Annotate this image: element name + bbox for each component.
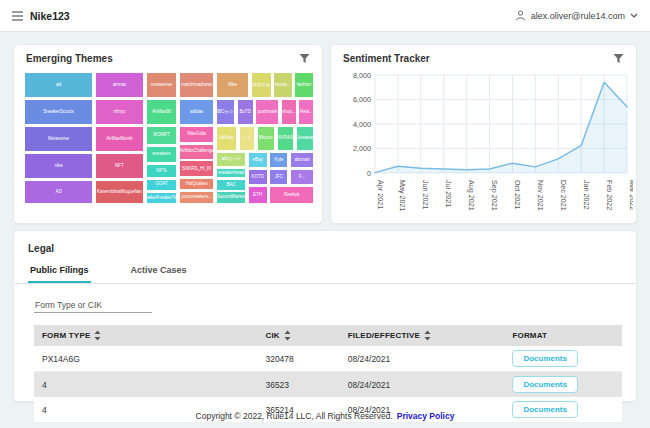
treemap-tile[interactable]: HalQuakes: [179, 178, 214, 190]
treemap-tile[interactable]: airmax: [95, 72, 144, 98]
treemap-tile[interactable]: AirMax: [216, 126, 237, 151]
column-header-filed-effective[interactable]: FILED/EFFECTIVE: [348, 330, 497, 341]
treemap-tile[interactable]: JFC: [269, 169, 288, 185]
treemap-tile[interactable]: SecondMarket: [216, 191, 246, 204]
column-header-format: FORMAT: [512, 331, 614, 340]
treemap-tile[interactable]: AYRAS: [277, 126, 294, 151]
svg-text:Apr 2021: Apr 2021: [376, 180, 385, 209]
form-type-cell: 4: [34, 372, 257, 398]
dashboard: Nike123 alex.oliver@rule14.com Emerging …: [0, 0, 650, 428]
treemap-tile[interactable]: yoursneakers...: [179, 191, 214, 204]
treemap-tile[interactable]: nftnyc: [95, 99, 144, 125]
svg-text:Sep 2021: Sep 2021: [490, 180, 499, 211]
column-header-form-type[interactable]: FORM TYPE: [42, 330, 249, 341]
sentiment-tracker-title: Sentiment Tracker: [343, 53, 430, 64]
table-row: PX14A6G32047808/24/2021Documents: [34, 346, 622, 372]
filter-icon[interactable]: [299, 53, 310, 64]
footer: Copyright © 2022, Rule14 LLC, All Rights…: [0, 404, 650, 428]
treemap-tile[interactable]: BAC: [216, 179, 246, 190]
treemap-tile[interactable]: ad: [24, 72, 93, 98]
treemap-tile[interactable]: ABC뉴스+: [216, 99, 235, 125]
top-bar: Nike123 alex.oliver@rule14.com: [0, 0, 650, 32]
treemap-tile[interactable]: SNKRS_HI_KI: [179, 160, 214, 177]
filed-effective-cell: 08/24/2021: [340, 372, 505, 398]
treemap-tile[interactable]: Metaverse: [24, 126, 93, 152]
treemap-tile[interactable]: Giveaway: [296, 126, 314, 151]
table-row: 43652308/24/2021Documents: [34, 372, 622, 398]
treemap-tile[interactable]: GOAT: [146, 179, 177, 191]
treemap-tile[interactable]: shop...: [281, 99, 297, 125]
svg-text:Aug 2021: Aug 2021: [467, 180, 476, 211]
treemap-tile[interactable]: Kyle: [269, 152, 288, 168]
filed-effective-cell: 08/24/2021: [340, 346, 505, 372]
cik-cell: 320478: [257, 346, 339, 372]
treemap-tile[interactable]: AirMax90: [146, 99, 177, 125]
treemap-tile[interactable]: NFTs: [146, 164, 177, 178]
treemap-tile[interactable]: BoTD: [237, 99, 254, 125]
svg-text:4,000: 4,000: [353, 120, 371, 129]
treemap-tile[interactable]: Reebok: [269, 186, 314, 204]
treemap-tile[interactable]: metaverse: [146, 72, 177, 98]
treemap-tile[interactable]: marchmadness: [179, 72, 214, 98]
treemap-tile[interactable]: abonart: [290, 152, 314, 168]
treemap-tile[interactable]: 二十: [239, 126, 255, 151]
svg-text:Jan 2022: Jan 2022: [582, 180, 591, 210]
documents-button[interactable]: Documents: [512, 376, 578, 393]
svg-text:Jun 2021: Jun 2021: [421, 180, 430, 210]
legal-tabs: Public FilingsActive Cases: [14, 260, 636, 284]
treemap-tile[interactable]: sneakers: [146, 146, 177, 164]
treemap-tile[interactable]: F...: [290, 169, 314, 185]
treemap-tile[interactable]: SneakerScouts: [24, 99, 93, 125]
svg-text:Oct 2021: Oct 2021: [513, 180, 522, 209]
treemap-tile[interactable]: NikeGida: [179, 126, 214, 143]
treemap-tile[interactable]: SneakerFreakerTeam: [146, 192, 177, 204]
treemap-tile[interactable]: AirMaxChallenge: [179, 144, 214, 160]
treemap-tile[interactable]: nike: [24, 153, 93, 179]
treemap-tile[interactable]: KanembiinaMoguefian: [95, 180, 144, 204]
sort-icon[interactable]: [94, 330, 101, 341]
hamburger-menu-icon[interactable]: [12, 11, 23, 21]
svg-text:Feb 2022: Feb 2022: [605, 180, 614, 210]
treemap-tile[interactable]: abc뉴스+: [216, 152, 246, 167]
privacy-policy-link[interactable]: Privacy Policy: [397, 411, 455, 421]
form-type-cell: PX14A6G: [34, 346, 257, 372]
treemap-tile[interactable]: adidas: [179, 99, 214, 125]
treemap-tile[interactable]: Nike: [216, 72, 249, 98]
treemap-tile[interactable]: sneakerhead: [216, 168, 246, 179]
sort-icon[interactable]: [284, 330, 291, 341]
treemap-tile[interactable]: WOMFT: [146, 126, 177, 145]
tab-public-filings[interactable]: Public Filings: [28, 260, 91, 283]
svg-text:Mar 2022: Mar 2022: [628, 180, 634, 210]
form-type-cik-input[interactable]: [34, 298, 152, 313]
legal-panel: Legal Public FilingsActive Cases FORM TY…: [13, 230, 637, 402]
treemap-tile[interactable]: NFT: [95, 153, 144, 179]
sentiment-line-chart: 02,0004,0006,0008,000Apr 2021May 2021Jun…: [337, 69, 633, 221]
themes-treemap: adSneakerScoutsMetaversenikeADairmaxnftn…: [24, 72, 314, 204]
svg-text:6,000: 6,000: [353, 95, 371, 104]
user-menu[interactable]: alex.oliver@rule14.com: [515, 10, 638, 21]
emerging-themes-panel: Emerging Themes adSneakerScoutsMetaverse…: [13, 44, 323, 224]
column-header-cik[interactable]: CIK: [265, 330, 331, 341]
treemap-tile[interactable]: fashion: [294, 72, 314, 98]
documents-button[interactable]: Documents: [512, 350, 578, 367]
filter-icon[interactable]: [613, 53, 624, 64]
treemap-tile[interactable]: eBay: [248, 152, 268, 168]
sentiment-tracker-panel: Sentiment Tracker 02,0004,0006,0008,000A…: [330, 44, 637, 224]
emerging-themes-title: Emerging Themes: [26, 53, 113, 64]
tab-active-cases[interactable]: Active Cases: [129, 260, 189, 283]
treemap-tile[interactable]: KOTD: [248, 169, 268, 185]
treemap-tile[interactable]: Rela...: [298, 99, 314, 125]
treemap-tile[interactable]: AD: [24, 180, 93, 204]
treemap-tile[interactable]: ETH: [248, 186, 268, 204]
chevron-down-icon: [630, 13, 638, 18]
brand-title: Nike123: [30, 10, 70, 22]
treemap-tile[interactable]: 랜덤이됨: [251, 72, 272, 98]
svg-text:2,000: 2,000: [353, 144, 371, 153]
svg-text:Jul 2021: Jul 2021: [444, 180, 453, 207]
treemap-tile[interactable]: poshmark: [255, 99, 279, 125]
sort-icon[interactable]: [424, 330, 431, 341]
treemap-tile[interactable]: hourlo...: [273, 72, 292, 98]
user-email: alex.oliver@rule14.com: [531, 11, 625, 21]
treemap-tile[interactable]: AirMaxMonth: [95, 126, 144, 152]
treemap-tile[interactable]: Bitcoin: [257, 126, 276, 151]
